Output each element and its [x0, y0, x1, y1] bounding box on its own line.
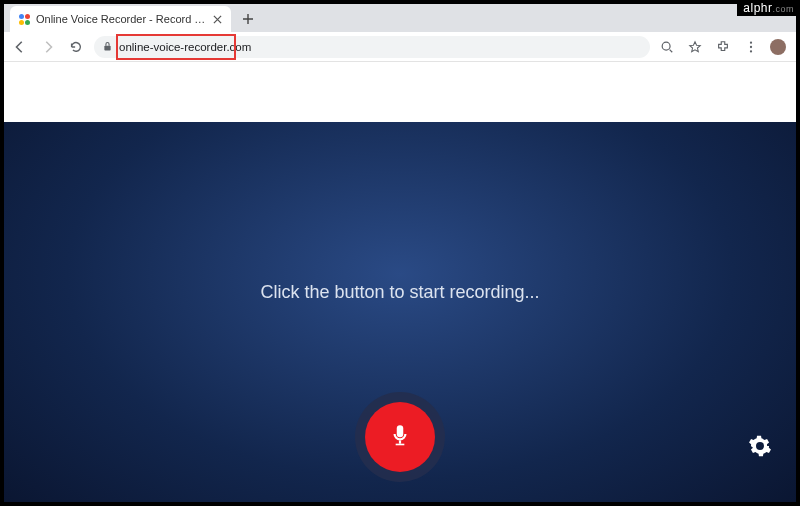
menu-icon[interactable] [742, 38, 760, 56]
browser-toolbar: online-voice-recorder.com [4, 32, 796, 62]
tab-favicon [18, 13, 30, 25]
extensions-icon[interactable] [714, 38, 732, 56]
svg-rect-0 [104, 45, 110, 50]
back-button[interactable] [10, 37, 30, 57]
toolbar-right-icons [658, 38, 790, 56]
svg-point-1 [662, 42, 670, 50]
zoom-icon[interactable] [658, 38, 676, 56]
microphone-icon [387, 422, 413, 452]
gear-icon [748, 434, 772, 462]
svg-rect-5 [399, 440, 401, 443]
page-header-space [4, 62, 796, 122]
svg-point-2 [750, 41, 752, 43]
address-bar[interactable]: online-voice-recorder.com [94, 36, 650, 58]
url-highlight-annotation [116, 34, 236, 60]
watermark-badge: alphr.com [737, 0, 800, 16]
browser-tab[interactable]: Online Voice Recorder - Record … [10, 6, 231, 32]
bookmark-icon[interactable] [686, 38, 704, 56]
forward-button[interactable] [38, 37, 58, 57]
svg-point-3 [750, 45, 752, 47]
record-button[interactable] [365, 402, 435, 472]
watermark-brand: alphr [743, 1, 772, 15]
svg-point-4 [750, 50, 752, 52]
instruction-text: Click the button to start recording... [260, 282, 539, 303]
settings-button[interactable] [746, 434, 774, 462]
recorder-panel: Click the button to start recording... [4, 122, 796, 502]
new-tab-button[interactable] [237, 8, 259, 30]
tab-title: Online Voice Recorder - Record … [36, 13, 205, 25]
watermark-suffix: .com [772, 4, 794, 14]
svg-rect-6 [396, 444, 405, 446]
tab-strip: Online Voice Recorder - Record … [4, 4, 796, 32]
close-icon[interactable] [211, 13, 223, 25]
profile-avatar[interactable] [770, 39, 786, 55]
page-content: Click the button to start recording... [4, 62, 796, 502]
reload-button[interactable] [66, 37, 86, 57]
lock-icon [102, 38, 113, 56]
